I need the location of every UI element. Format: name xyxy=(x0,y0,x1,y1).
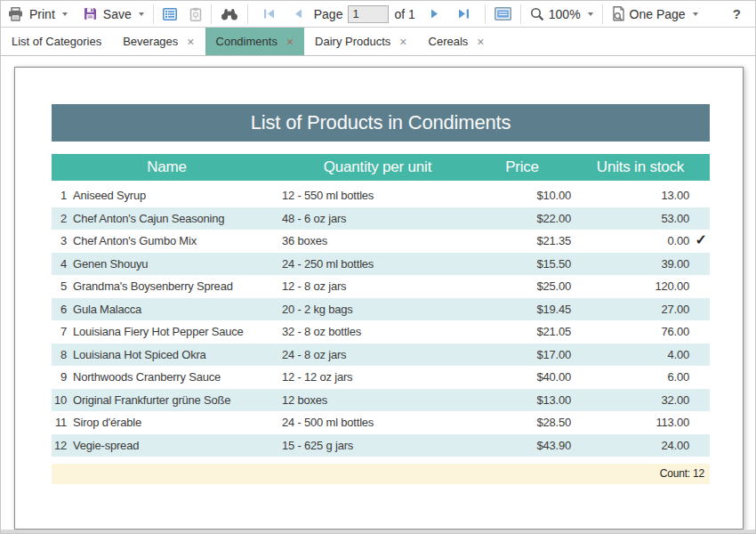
cell-price: $40.00 xyxy=(473,366,571,389)
cell-quantity-per-unit: 12 - 8 oz jars xyxy=(282,275,473,298)
cell-name: Northwoods Cranberry Sauce xyxy=(73,366,282,389)
cell-units-in-stock: 32.00 xyxy=(571,389,710,412)
cell-quantity-per-unit: 20 - 2 kg bags xyxy=(282,298,473,321)
cell-price: $17.00 xyxy=(473,344,571,367)
table-footer: Count: 12 xyxy=(52,464,710,484)
cell-units-in-stock: 53.00 xyxy=(571,207,710,231)
next-page-icon xyxy=(430,9,438,19)
save-label: Save xyxy=(103,7,132,21)
cell-units-in-stock: 6.00 xyxy=(571,366,710,389)
parameters-button[interactable] xyxy=(189,7,202,21)
cell-price: $25.00 xyxy=(473,275,571,298)
cell-price: $21.05 xyxy=(473,320,571,344)
cell-row-number: 11 xyxy=(52,411,73,434)
cell-name: Chef Anton's Cajun Seasoning xyxy=(73,207,282,231)
table-body: 1Aniseed Syrup12 - 550 ml bottles$10.001… xyxy=(52,184,710,457)
toolbar-separator xyxy=(153,4,154,24)
first-page-button[interactable] xyxy=(257,9,281,19)
view-mode-value: One Page xyxy=(630,7,686,21)
save-icon xyxy=(84,7,97,20)
cell-row-number: 12 xyxy=(52,434,73,457)
help-button[interactable]: ? xyxy=(733,6,741,21)
previous-page-icon xyxy=(294,9,302,19)
cell-quantity-per-unit: 24 - 8 oz jars xyxy=(282,344,473,367)
cell-row-number: 7 xyxy=(52,320,73,344)
table-row: 3Chef Anton's Gumbo Mix36 boxes$21.350.0… xyxy=(52,230,710,253)
chevron-down-icon xyxy=(693,12,698,16)
cell-name: Original Frankfurter grüne Soße xyxy=(73,389,282,412)
cell-quantity-per-unit: 12 - 550 ml bottles xyxy=(282,184,473,207)
toolbar-separator xyxy=(211,4,212,24)
cell-quantity-per-unit: 48 - 6 oz jars xyxy=(282,207,473,231)
tab-bar: List of CategoriesBeverages×Condiments×D… xyxy=(1,28,755,56)
tab-label: List of Categories xyxy=(12,35,101,48)
tab-dairy-products[interactable]: Dairy Products× xyxy=(304,28,417,55)
last-page-button[interactable] xyxy=(452,9,476,19)
tab-beverages[interactable]: Beverages× xyxy=(112,28,205,55)
search-button[interactable] xyxy=(221,7,238,20)
view-mode-control[interactable]: One Page xyxy=(612,6,698,21)
cell-price: $22.00 xyxy=(473,207,571,231)
tab-label: Dairy Products xyxy=(315,35,390,48)
close-icon[interactable]: × xyxy=(477,36,484,48)
page-number-input[interactable] xyxy=(348,5,389,23)
table-row: 10Original Frankfurter grüne Soße12 boxe… xyxy=(52,389,710,412)
zoom-control[interactable]: 100% xyxy=(530,7,593,21)
cell-units-in-stock: 24.00 xyxy=(571,434,710,457)
one-page-icon xyxy=(612,6,625,21)
close-icon[interactable]: × xyxy=(286,36,294,48)
cell-row-number: 9 xyxy=(52,366,73,389)
multipage-icon xyxy=(495,7,511,20)
cell-name: Vegie-spread xyxy=(73,434,282,457)
bottom-edge xyxy=(1,530,755,533)
cell-price: $43.90 xyxy=(473,434,571,457)
cell-quantity-per-unit: 36 boxes xyxy=(282,230,473,253)
save-button[interactable]: Save xyxy=(84,7,144,21)
cell-quantity-per-unit: 24 - 500 ml bottles xyxy=(282,411,473,434)
cell-price: $28.50 xyxy=(473,411,571,434)
table-row: 8Louisiana Hot Spiced Okra24 - 8 oz jars… xyxy=(52,344,710,367)
cell-units-in-stock: 39.00 xyxy=(571,253,710,276)
tab-condiments[interactable]: Condiments× xyxy=(205,28,305,55)
cell-price: $15.50 xyxy=(473,253,571,276)
parameters-clipboard-icon xyxy=(189,7,202,21)
cell-name: Aniseed Syrup xyxy=(73,184,282,207)
cell-row-number: 1 xyxy=(52,184,73,207)
cell-quantity-per-unit: 12 boxes xyxy=(282,389,473,412)
last-page-icon xyxy=(458,9,470,19)
cell-units-in-stock: 13.00 xyxy=(571,184,710,207)
cell-name: Chef Anton's Gumbo Mix xyxy=(73,230,282,253)
cell-row-number: 5 xyxy=(52,275,73,298)
toolbar-separator xyxy=(485,4,486,24)
close-icon[interactable]: × xyxy=(399,36,406,48)
first-page-icon xyxy=(263,9,275,19)
toolbar-separator xyxy=(602,4,603,24)
cell-name: Gula Malacca xyxy=(73,298,282,321)
tab-list-of-categories[interactable]: List of Categories xyxy=(1,28,112,55)
cell-quantity-per-unit: 24 - 250 ml bottles xyxy=(282,253,473,276)
page-navigation: Page of 1 xyxy=(257,5,476,23)
previous-page-button[interactable] xyxy=(288,9,309,19)
printer-icon xyxy=(8,7,23,21)
cell-units-in-stock: 113.00 xyxy=(571,411,710,434)
page-count-label: of 1 xyxy=(394,7,414,21)
next-page-button[interactable] xyxy=(424,9,445,19)
report-page: List of Products in Condiments NameQuant… xyxy=(14,67,744,530)
tab-cereals[interactable]: Cereals× xyxy=(418,28,495,55)
cell-name: Louisiana Fiery Hot Pepper Sauce xyxy=(73,320,282,344)
report-surface: List of Products in Condiments NameQuant… xyxy=(1,56,755,533)
cell-row-number: 3 xyxy=(52,230,73,253)
print-button[interactable]: Print xyxy=(8,7,68,21)
table-header-row: NameQuantity per unitPriceUnits in stock xyxy=(52,154,710,181)
count-label: Count: 12 xyxy=(660,467,704,480)
cell-name: Louisiana Hot Spiced Okra xyxy=(73,344,282,367)
table-row: 1Aniseed Syrup12 - 550 ml bottles$10.001… xyxy=(52,184,710,207)
document-map-icon xyxy=(163,8,177,20)
zoom-value: 100% xyxy=(549,7,581,21)
close-icon[interactable]: × xyxy=(187,36,194,48)
cell-quantity-per-unit: 32 - 8 oz bottles xyxy=(282,320,473,344)
cell-name: Grandma's Boysenberry Spread xyxy=(73,275,282,298)
toolbar-separator xyxy=(247,4,248,24)
multipage-toggle-button[interactable] xyxy=(495,7,511,20)
document-map-button[interactable] xyxy=(163,8,177,20)
